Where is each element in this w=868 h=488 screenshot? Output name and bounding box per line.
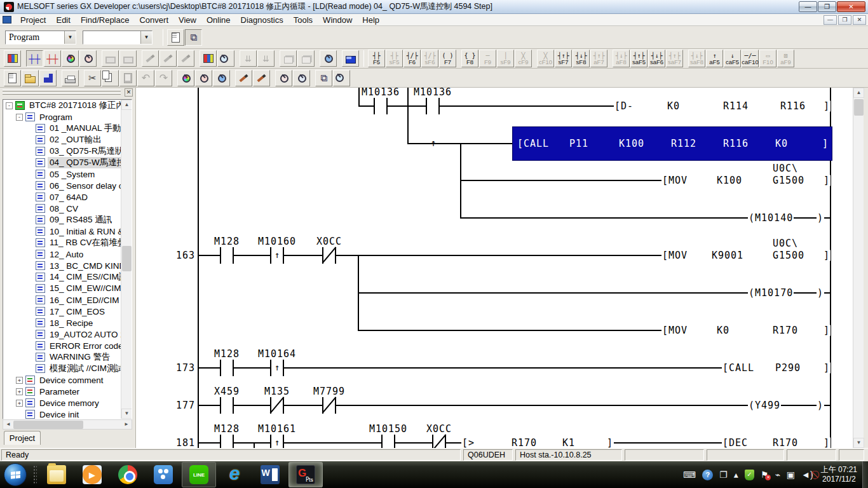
tray-flag-icon[interactable]: ⚑ [761, 462, 769, 487]
tree-item[interactable]: 16_ CIM_ED//CIM E [3, 294, 121, 306]
ladder-instruction-text[interactable]: [MOV [661, 175, 688, 186]
ladder-instruction-text[interactable]: (M10170 [748, 288, 794, 299]
ladder-instruction-text[interactable]: K1 [562, 438, 576, 449]
ladder-contact-m128[interactable] [220, 360, 234, 376]
tree-scroll-thumb[interactable] [122, 246, 132, 271]
ladder-contact-m10161[interactable]: ↑ [270, 435, 284, 448]
expand-icon[interactable]: + [16, 388, 23, 395]
mdi-restore-button[interactable]: ❐ [838, 15, 851, 25]
ladder-symbol-saf7-button[interactable]: ┤↑├saF7 [666, 50, 683, 67]
tree-scroll-left-icon[interactable]: ◄ [3, 420, 13, 429]
ladder-instruction-text[interactable]: [> [461, 438, 475, 449]
ladder-contact-x459[interactable] [220, 397, 234, 414]
tree-hscroll-thumb[interactable] [13, 421, 83, 429]
ladder-symbol-f10-button[interactable]: ▭F10 [759, 50, 776, 67]
ladder-instruction-text[interactable]: K0 [775, 139, 789, 149]
ladder-symbol-sf8-button[interactable]: ┤↓├sF8 [573, 50, 590, 67]
ladder-instruction-text[interactable]: R170 [772, 438, 799, 449]
copy-button[interactable] [102, 70, 119, 86]
ladder-symbol-f7-button[interactable]: ( )F7 [439, 50, 456, 67]
refresh-view-button[interactable] [333, 70, 350, 86]
ladder-symbol-sf7-button[interactable]: ┤↑├sF7 [555, 50, 572, 67]
ladder-instruction-text[interactable]: U0C\ [772, 163, 799, 174]
ladder-instruction-text[interactable]: ) [817, 288, 824, 299]
tray-caret-up-icon[interactable]: ▴ [734, 462, 738, 487]
tree-scroll-right-icon[interactable]: ► [121, 420, 132, 429]
ladder-contact-x0cc[interactable] [322, 247, 336, 264]
ladder-instruction-text[interactable]: R116 [722, 139, 749, 149]
taskbar-app-line[interactable] [182, 462, 216, 487]
ladder-instruction-text[interactable]: [D- [614, 101, 634, 112]
ladder-edit-button[interactable] [44, 50, 61, 67]
ladder-instruction-text[interactable]: ) [817, 400, 824, 411]
ladder-symbol-f9-button[interactable]: ─F9 [479, 50, 496, 67]
ladder-scroll-thumb[interactable] [854, 99, 864, 116]
taskbar-app-netdisk[interactable] [146, 462, 180, 487]
tray-keyboard-icon[interactable]: ⌨ [683, 462, 696, 487]
open-project-button[interactable] [22, 70, 39, 86]
ladder-scroll-down-icon[interactable]: ▼ [853, 438, 864, 448]
find-device-button[interactable] [62, 50, 79, 67]
ladder-instruction-text[interactable]: ) [817, 213, 824, 224]
close-button[interactable]: ✕ [837, 1, 865, 12]
ladder-symbol-saf8-button[interactable]: ┤↓├saF8 [688, 50, 705, 67]
tree-item[interactable]: +Parameter [3, 386, 121, 397]
menu-findreplace[interactable]: Find/Replace [76, 15, 135, 25]
ladder-instruction-text[interactable]: [CALL [517, 139, 550, 149]
cut-button[interactable] [84, 70, 101, 86]
project-data-list-button[interactable] [167, 29, 184, 46]
transfer-setup-button[interactable] [4, 50, 21, 67]
tree-item[interactable]: 08_ CV [3, 203, 121, 214]
menu-window[interactable]: Window [318, 15, 357, 25]
sfc-monitor-stop-button[interactable] [119, 50, 137, 67]
menu-convert[interactable]: Convert [134, 15, 173, 25]
ladder-symbol-cf9-button[interactable]: ╳cF9 [515, 50, 532, 67]
ladder-instruction-text[interactable]: ] [822, 139, 829, 149]
menu-edit[interactable]: Edit [51, 15, 75, 25]
tree-item[interactable]: 04_ QD75-W馬達控制 [3, 157, 121, 168]
ladder-instruction-text[interactable]: ] [823, 363, 831, 374]
ladder-instruction-text[interactable]: R170 [511, 438, 538, 449]
ladder-symbol-sf9-button[interactable]: │sF9 [497, 50, 514, 67]
tray-power-icon[interactable]: ⌁ [775, 462, 780, 487]
tree-item[interactable]: Device init [3, 409, 121, 419]
tree-item[interactable]: 07_ 64AD [3, 191, 121, 203]
ladder-contact-m128[interactable] [220, 435, 234, 448]
ladder-instruction-text[interactable]: (M10140 [748, 213, 794, 224]
redo-button[interactable] [155, 70, 172, 86]
ladder-symbol-af8-button[interactable]: ┤↓├aF8 [613, 50, 630, 67]
ladder-instruction-text[interactable]: ] [823, 438, 831, 449]
find-device-use-button[interactable] [213, 70, 230, 86]
ladder-instruction-text[interactable]: [MOV [661, 325, 688, 336]
minimize-button[interactable]: — [799, 1, 817, 12]
taskbar-clock[interactable]: 上午 07:21 2017/11/2 [821, 465, 857, 484]
find-button[interactable] [177, 70, 194, 86]
print-button[interactable] [62, 70, 79, 86]
window-cascade-button2[interactable] [315, 70, 332, 86]
title-bar[interactable]: MELSOFT series GX Developer c:\users\cj\… [0, 0, 868, 14]
ladder-symbol-saf6-button[interactable]: ┤↓├saF6 [648, 50, 665, 67]
ladder-instruction-text[interactable]: ] [823, 250, 831, 261]
taskbar-app-ie[interactable] [217, 462, 252, 487]
ladder-instruction-text[interactable]: R170 [772, 325, 799, 336]
ladder-instruction-text[interactable]: K9001 [711, 250, 744, 261]
ladder-instruction-text[interactable]: (Y499 [748, 400, 781, 411]
start-button[interactable] [4, 463, 27, 486]
combo-dropdown-icon[interactable]: ▼ [64, 31, 76, 44]
program-type-combo[interactable]: Program ▼ [5, 30, 76, 44]
ladder-symbol-caf10-button[interactable]: ─∕─caF10 [742, 50, 759, 67]
mdi-minimize-button[interactable]: — [824, 15, 837, 25]
device-test-button[interactable] [342, 50, 359, 67]
ladder-instruction-text[interactable]: K100 [716, 175, 743, 186]
save-project-button[interactable] [39, 70, 57, 86]
write-mode-button[interactable] [142, 50, 159, 67]
comment-find-button[interactable] [320, 50, 337, 67]
ladder-contact-m7799[interactable] [322, 397, 336, 414]
ladder-instruction-text[interactable]: [DEC [722, 438, 749, 449]
ladder-symbol-cf10-button[interactable]: ╳cF10 [537, 50, 554, 67]
ladder-instruction-text[interactable]: G1500 [772, 250, 805, 261]
ladder-instruction-text[interactable]: P290 [775, 363, 801, 374]
taskbar-app-gx[interactable] [288, 462, 323, 487]
ladder-instruction-text[interactable]: ] [823, 101, 831, 112]
menu-help[interactable]: Help [357, 15, 384, 25]
